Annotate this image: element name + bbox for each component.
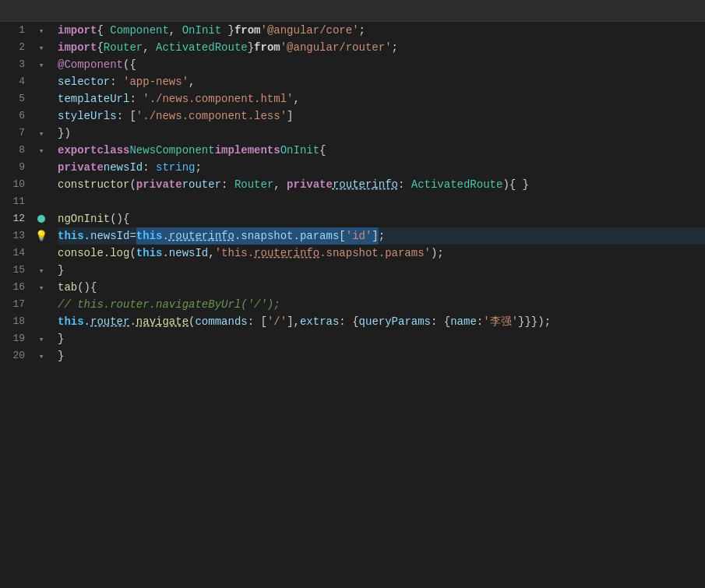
collapse-icon[interactable]: ▾ — [39, 60, 44, 70]
line-number: 7 — [8, 125, 25, 142]
line-number: 16 — [8, 279, 25, 296]
line-number: 13 — [8, 227, 25, 245]
code-line: }) — [58, 125, 705, 142]
collapse-icon[interactable]: ▾ — [39, 129, 44, 139]
code-content: import { Component, OnInit } from '@angu… — [50, 22, 705, 588]
code-line: tab() { — [58, 279, 705, 296]
line-number: 10 — [8, 176, 25, 193]
line-number: 8 — [8, 142, 25, 159]
code-line: ngOnInit() { — [58, 210, 705, 227]
collapse-icon[interactable]: ▾ — [39, 146, 44, 156]
line-number: 11 — [8, 193, 25, 210]
gutter-indicator — [33, 90, 50, 107]
line-number: 20 — [8, 347, 25, 364]
collapse-icon[interactable]: ▾ — [39, 43, 44, 53]
line-number: 3 — [8, 56, 25, 73]
line-number: 9 — [8, 159, 25, 176]
gutter-indicator — [33, 245, 50, 262]
gutter-indicator — [33, 159, 50, 176]
line-number: 12 — [8, 210, 25, 227]
code-line: import { Component, OnInit } from '@angu… — [58, 22, 705, 39]
line-number: 18 — [8, 313, 25, 330]
gutter-indicator: ▾ — [33, 125, 50, 142]
gutter-indicator — [33, 313, 50, 330]
code-line: this.newsId = this.routerinfo.snapshot.p… — [58, 227, 705, 245]
code-line: } — [58, 262, 705, 279]
code-line: import {Router, ActivatedRoute} from '@a… — [58, 39, 705, 56]
line-number: 1 — [8, 22, 25, 39]
gutter-indicator — [33, 193, 50, 210]
top-bar — [0, 0, 705, 22]
green-dot-icon — [37, 215, 45, 223]
line-number: 5 — [8, 90, 25, 107]
code-line: constructor(private router: Router, priv… — [58, 176, 705, 193]
gutter-indicator: ▾ — [33, 22, 50, 39]
code-line — [58, 193, 705, 210]
collapse-icon[interactable]: ▾ — [39, 351, 44, 361]
line-number: 15 — [8, 262, 25, 279]
code-line: selector: 'app-news', — [58, 73, 705, 90]
code-line: this.router.navigate( commands: ['/'], e… — [58, 313, 705, 330]
code-line: console.log(this.newsId, 'this.routerinf… — [58, 245, 705, 262]
line-numbers-col: 1234567891011121314151617181920 — [0, 22, 33, 588]
code-line: private newsId: string; — [58, 159, 705, 176]
collapse-icon[interactable]: ▾ — [39, 26, 44, 36]
bulb-icon: 💡 — [35, 230, 48, 242]
code-line: } — [58, 330, 705, 347]
line-number: 2 — [8, 39, 25, 56]
code-line: export class NewsComponent implements On… — [58, 142, 705, 159]
code-line: } — [58, 347, 705, 364]
line-number: 14 — [8, 245, 25, 262]
gutter-indicator: ▾ — [33, 347, 50, 364]
gutter-indicator — [33, 210, 50, 227]
collapse-icon[interactable]: ▾ — [39, 334, 44, 344]
line-number: 4 — [8, 73, 25, 90]
gutter-indicator — [33, 296, 50, 313]
collapse-icon[interactable]: ▾ — [39, 283, 44, 293]
gutter-indicator — [33, 73, 50, 90]
gutter-indicator: ▾ — [33, 39, 50, 56]
gutter-col: ▾▾▾▾▾💡▾▾▾▾ — [33, 22, 50, 588]
code-line: @Component({ — [58, 56, 705, 73]
gutter-indicator: 💡 — [33, 227, 50, 245]
gutter-indicator: ▾ — [33, 279, 50, 296]
gutter-indicator: ▾ — [33, 142, 50, 159]
line-number: 17 — [8, 296, 25, 313]
code-area: 1234567891011121314151617181920 ▾▾▾▾▾💡▾▾… — [0, 22, 705, 588]
gutter-indicator — [33, 107, 50, 125]
gutter-indicator: ▾ — [33, 56, 50, 73]
code-line: templateUrl: './news.component.html', — [58, 90, 705, 107]
gutter-indicator: ▾ — [33, 330, 50, 347]
code-line: styleUrls: ['./news.component.less'] — [58, 107, 705, 125]
line-number: 19 — [8, 330, 25, 347]
gutter-indicator — [33, 176, 50, 193]
gutter-indicator: ▾ — [33, 262, 50, 279]
code-line: // this.router.navigateByUrl('/'); — [58, 296, 705, 313]
line-number: 6 — [8, 107, 25, 125]
collapse-icon[interactable]: ▾ — [39, 266, 44, 276]
